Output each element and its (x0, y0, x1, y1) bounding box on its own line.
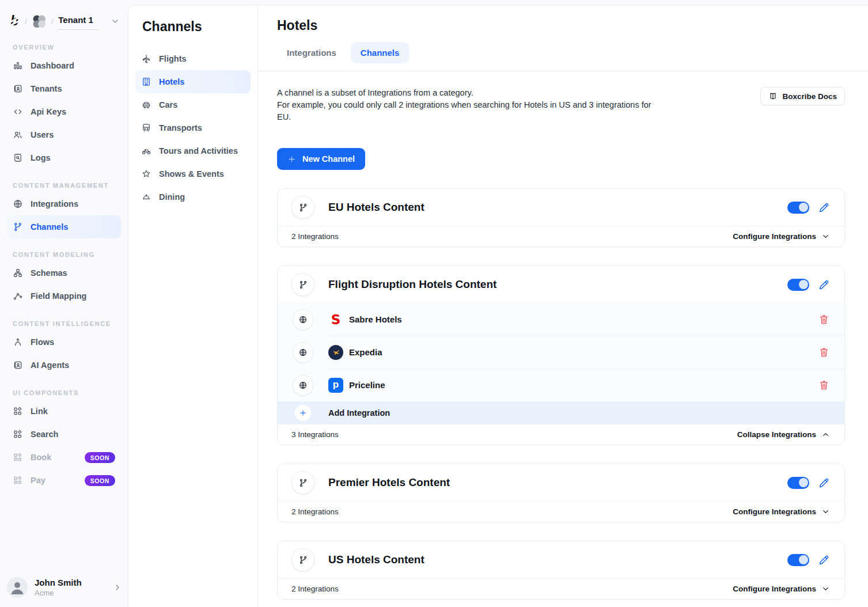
sidebar-item-users[interactable]: Users (7, 123, 121, 146)
breadcrumb-separator: / (25, 17, 27, 26)
sidebar-item-flows[interactable]: Flows (7, 331, 121, 354)
sidebar-item-channels[interactable]: Channels (7, 215, 121, 238)
channel-enabled-toggle[interactable] (787, 477, 809, 489)
sidebar-item-link[interactable]: Link (7, 400, 121, 423)
edit-channel-button[interactable] (818, 202, 830, 214)
section-label-content-modeling: CONTENT MODELING (13, 251, 115, 258)
delete-integration-button[interactable] (818, 313, 830, 325)
sidebar-item-pay[interactable]: Pay SOON (7, 469, 121, 492)
footer-action-label: Configure Integrations (733, 232, 816, 241)
sidebar-item-ai-agents[interactable]: AI Agents (7, 354, 121, 377)
channel-enabled-toggle[interactable] (787, 279, 809, 291)
new-channel-button[interactable]: New Channel (277, 148, 365, 170)
plus-icon (295, 405, 311, 421)
category-item-shows[interactable]: Shows & Events (135, 162, 251, 185)
branch-icon (298, 478, 308, 488)
chevron-right-icon (113, 583, 122, 592)
sidebar-item-logs[interactable]: Logs (7, 146, 121, 169)
sidebar-item-field-mapping[interactable]: Field Mapping (7, 284, 121, 308)
configure-integrations-button[interactable]: Configure Integrations (733, 507, 830, 516)
footer-action-label: Configure Integrations (733, 585, 816, 593)
delete-integration-button[interactable] (818, 379, 830, 391)
tenant-selector[interactable]: Tenant 1 (57, 13, 99, 30)
section-label-content-intelligence: CONTENT INTELLIGENCE (13, 320, 115, 327)
chevron-down-icon[interactable] (111, 17, 120, 26)
configure-integrations-button[interactable]: Configure Integrations (733, 232, 830, 241)
sidebar-item-api-keys[interactable]: Api Keys (7, 100, 121, 123)
channel-icon-circle (291, 548, 314, 571)
component-icon (13, 429, 23, 439)
edit-channel-button[interactable] (818, 477, 830, 489)
sabre-logo: S (328, 312, 343, 327)
tab-channels[interactable]: Channels (351, 42, 410, 63)
category-item-label: Flights (159, 54, 187, 63)
sidebar-item-book[interactable]: Book SOON (7, 446, 121, 469)
org-avatar-icon[interactable] (31, 13, 47, 29)
add-integration-label: Add Integration (328, 408, 390, 418)
mapping-icon (13, 291, 23, 301)
collapse-integrations-button[interactable]: Collapse Integrations (737, 430, 830, 439)
soon-badge: SOON (85, 452, 115, 463)
category-item-cars[interactable]: Cars (135, 93, 251, 116)
tab-integrations[interactable]: Integrations (277, 42, 346, 63)
channel-icon-circle (291, 471, 314, 494)
description-line-2: For example, you could only call 2 integ… (277, 100, 651, 122)
integration-row-expedia[interactable]: Expedia (278, 336, 844, 369)
sidebar-item-dashboard[interactable]: Dashboard (7, 54, 121, 77)
chevron-down-icon (821, 232, 830, 241)
integration-row-sabre[interactable]: S Sabre Hotels (278, 303, 844, 336)
docs-button-label: Boxcribe Docs (782, 92, 837, 101)
user-avatar (7, 577, 28, 598)
category-sidebar: Channels Flights Hotels Cars Transports … (128, 5, 258, 607)
channel-card-us-hotels: US Hotels Content 2 Integrations Configu… (277, 541, 845, 600)
category-item-tours[interactable]: Tours and Activities (135, 139, 251, 162)
bicycle-icon (141, 146, 151, 156)
bus-icon (141, 123, 151, 133)
component-icon (13, 475, 23, 485)
sidebar-item-integrations[interactable]: Integrations (7, 192, 121, 215)
category-item-flights[interactable]: Flights (135, 47, 251, 70)
channel-enabled-toggle[interactable] (787, 202, 809, 214)
sidebar-item-label: Link (31, 407, 48, 416)
edit-channel-button[interactable] (818, 554, 830, 566)
configure-integrations-button[interactable]: Configure Integrations (733, 585, 830, 593)
soon-badge: SOON (85, 475, 115, 486)
channel-name: US Hotels Content (328, 553, 424, 566)
main-header: Hotels Integrations Channels (258, 5, 868, 71)
sidebar-item-label: Integrations (31, 199, 78, 208)
boxcribe-docs-button[interactable]: Boxcribe Docs (760, 87, 845, 105)
user-org: Acme (35, 589, 82, 597)
category-item-label: Hotels (159, 77, 184, 86)
add-integration-row[interactable]: Add Integration (278, 401, 844, 424)
integration-list: S Sabre Hotels (278, 303, 844, 424)
agent-icon (13, 360, 23, 370)
sidebar-item-schemas[interactable]: Schemas (7, 261, 121, 284)
sidebar-item-label: Dashboard (31, 61, 74, 70)
category-item-transports[interactable]: Transports (135, 116, 251, 139)
category-item-hotels[interactable]: Hotels (135, 70, 251, 93)
boxcribe-logo-icon[interactable]: b (8, 14, 21, 28)
user-menu[interactable]: John Smith Acme (7, 577, 122, 598)
integration-row-priceline[interactable]: p Priceline (278, 369, 844, 401)
priceline-logo: p (328, 378, 343, 393)
branch-icon (298, 280, 308, 290)
category-item-dining[interactable]: Dining (135, 185, 251, 208)
globe-icon (293, 342, 313, 363)
edit-channel-button[interactable] (818, 279, 830, 291)
main-content: Hotels Integrations Channels A channel i… (258, 5, 868, 607)
category-item-label: Cars (159, 100, 177, 109)
channel-enabled-toggle[interactable] (787, 554, 809, 566)
sidebar-item-label: Channels (31, 222, 68, 232)
user-name: John Smith (35, 578, 82, 587)
primary-sidebar: b / / Tenant 1 OVERVIEW Dashboard Tenant… (0, 0, 128, 607)
sidebar-item-label: Api Keys (31, 107, 66, 116)
sidebar-item-tenants[interactable]: Tenants (7, 77, 121, 100)
code-icon (13, 107, 23, 117)
integration-count: 2 Integrations (291, 507, 339, 516)
description-line-1: A channel is a subset of Integrations fr… (277, 88, 473, 97)
integration-count: 2 Integrations (291, 232, 339, 241)
delete-integration-button[interactable] (818, 346, 830, 358)
breadcrumb-separator: / (51, 17, 54, 26)
category-item-label: Dining (159, 192, 185, 202)
sidebar-item-search[interactable]: Search (7, 423, 121, 446)
